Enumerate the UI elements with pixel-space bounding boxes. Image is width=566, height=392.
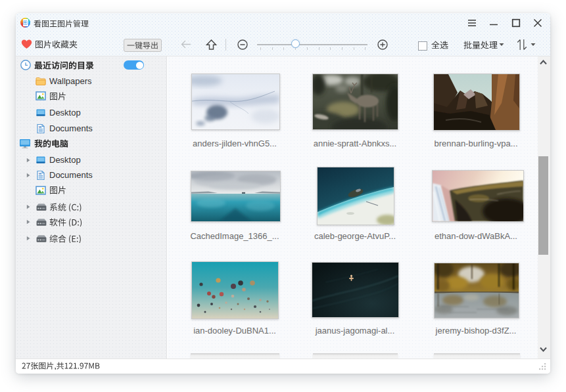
svg-text:w: w bbox=[38, 125, 42, 129]
svg-text:w: w bbox=[38, 171, 42, 175]
